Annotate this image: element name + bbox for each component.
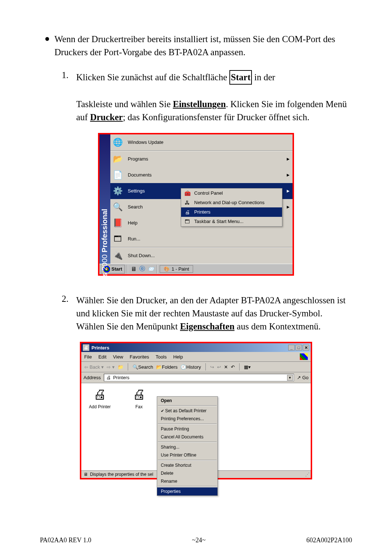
- go-button[interactable]: ↗ Go: [297, 375, 309, 380]
- menu-shutdown[interactable]: 🔌 Shut Down...: [110, 248, 293, 264]
- run-icon: 🗔: [113, 234, 123, 244]
- menu-documents[interactable]: 📄 Documents ▶: [110, 167, 293, 183]
- windows-logo-icon: [300, 353, 308, 360]
- desktop-icon[interactable]: 🖥: [130, 266, 137, 273]
- fax-item[interactable]: 🖨 Fax: [125, 387, 153, 409]
- menu-view[interactable]: View: [113, 354, 123, 360]
- submenu-printers[interactable]: 🖨 Printers: [181, 207, 282, 217]
- printers-folder-icon: 🖨: [83, 344, 89, 351]
- menu-tools[interactable]: Tools: [156, 354, 167, 360]
- taskbar: Start 🖥 ⓔ 📨 🎨 1 - Paint: [99, 264, 293, 274]
- taskbar-icon: 🗔: [184, 218, 191, 225]
- delete-icon[interactable]: ✕: [224, 364, 228, 370]
- address-icon: 🖨: [106, 375, 111, 380]
- startmenu-screenshot: Windows 2000 Professional 🌐 Windows Upda…: [98, 133, 294, 276]
- step1-text: Klicken Sie zunächst auf die Schaltfläch…: [76, 70, 352, 124]
- page-footer: PA02AA0 REV 1.0 ~24~ 602A002P2A100: [40, 536, 352, 544]
- views-button[interactable]: ▦▾: [244, 364, 251, 370]
- ctx-delete[interactable]: Delete: [157, 469, 217, 477]
- search-icon: 🔍: [113, 202, 123, 212]
- close-button[interactable]: ✕: [303, 345, 309, 351]
- menu-favorites[interactable]: Favorites: [130, 354, 149, 360]
- history-button[interactable]: 🕘History: [180, 364, 201, 370]
- address-bar: Address 🖨 Printers ▼ ↗ Go: [81, 372, 311, 383]
- printers-icon: 🖨: [184, 209, 191, 215]
- paint-icon: 🎨: [164, 266, 170, 272]
- moveto-icon[interactable]: ↪: [210, 364, 214, 370]
- add-printer-icon: 🖨: [93, 387, 106, 402]
- settings-submenu: 🧰 Control Panel 🖧 Network and Dial-up Co…: [181, 188, 282, 227]
- status-icon: 🖥: [83, 472, 88, 477]
- outlook-icon[interactable]: 📨: [147, 266, 155, 273]
- search-button[interactable]: 🔍Search: [132, 364, 153, 370]
- menu-bar: File Edit View Favorites Tools Help: [81, 352, 311, 362]
- shutdown-icon: 🔌: [113, 251, 123, 261]
- chevron-right-icon: ▶: [287, 157, 290, 161]
- drucker-label: Drucker: [90, 112, 123, 122]
- ctx-offline[interactable]: Use Printer Offline: [157, 451, 217, 459]
- einstellungen-label: Einstellungen: [173, 99, 226, 109]
- control-panel-icon: 🧰: [184, 190, 191, 197]
- menu-edit[interactable]: Edit: [98, 354, 106, 360]
- step-number-1: 1.: [62, 70, 76, 124]
- go-icon: ↗: [297, 375, 301, 380]
- ctx-pause[interactable]: Pause Printing: [157, 425, 217, 433]
- add-printer-item[interactable]: 🖨 Add Printer: [86, 387, 114, 409]
- footer-left: PA02AA0 REV 1.0: [40, 536, 91, 544]
- ctx-rename[interactable]: Rename: [157, 477, 217, 485]
- help-icon: 📕: [113, 218, 123, 228]
- submenu-taskbar[interactable]: 🗔 Taskbar & Start Menu...: [181, 217, 282, 226]
- submenu-network[interactable]: 🖧 Network and Dial-up Connections: [181, 198, 282, 207]
- menu-run[interactable]: 🗔 Run...: [110, 231, 293, 247]
- folder-icon: 📂: [113, 154, 123, 164]
- address-dropdown-icon[interactable]: ▼: [287, 375, 293, 381]
- chevron-right-icon: ▶: [287, 189, 290, 193]
- resize-grip-icon[interactable]: ⋰: [305, 472, 309, 477]
- chevron-right-icon: ▶: [287, 173, 290, 177]
- eigenschaften-label: Eigenschaften: [180, 321, 234, 331]
- window-title-bar: 🖨 Printers _ □ ✕: [81, 343, 311, 352]
- menu-file[interactable]: File: [84, 354, 92, 360]
- network-icon: 🖧: [184, 199, 191, 206]
- menu-programs[interactable]: 📂 Programs ▶: [110, 151, 293, 167]
- ctx-open[interactable]: Open: [157, 397, 217, 405]
- ie-icon[interactable]: ⓔ: [139, 266, 146, 273]
- minimize-button[interactable]: _: [288, 345, 295, 351]
- ctx-set-default[interactable]: Set as Default Printer: [157, 407, 217, 415]
- folders-button[interactable]: 📂Folders: [156, 364, 177, 370]
- maximize-button[interactable]: □: [295, 345, 302, 351]
- bullet-marker: ●: [40, 33, 54, 59]
- ctx-shortcut[interactable]: Create Shortcut: [157, 461, 217, 469]
- settings-icon: ⚙️: [113, 186, 123, 196]
- fax-icon: 🖨: [132, 387, 146, 402]
- globe-icon: 🌐: [113, 137, 123, 147]
- printers-list: 🖨 Add Printer 🖨 Fax HP L Open Set as Def…: [81, 383, 311, 470]
- menu-help[interactable]: Help: [173, 354, 183, 360]
- context-menu: Open Set as Default Printer Printing Pre…: [157, 396, 218, 496]
- window-title: Printers: [91, 345, 109, 351]
- address-label: Address: [83, 375, 101, 380]
- up-button[interactable]: 📁: [118, 364, 123, 370]
- copyto-icon[interactable]: ↩: [217, 364, 221, 370]
- step2-text: Wählen Sie den Drucker, an den der Adapt…: [76, 294, 352, 333]
- documents-icon: 📄: [113, 170, 123, 180]
- footer-right: 602A002P2A100: [306, 536, 352, 544]
- ctx-sharing[interactable]: Sharing...: [157, 443, 217, 451]
- ctx-properties[interactable]: Properties: [157, 487, 217, 495]
- printers-screenshot: 🖨 Printers _ □ ✕ File Edit View Favorite…: [80, 342, 312, 479]
- footer-center: ~24~: [192, 536, 205, 544]
- chevron-right-icon: ▶: [287, 205, 290, 209]
- address-input[interactable]: 🖨 Printers ▼: [104, 374, 294, 381]
- back-button[interactable]: ⇦ Back ▾: [84, 364, 104, 370]
- submenu-control-panel[interactable]: 🧰 Control Panel: [181, 189, 282, 198]
- startmenu-sidebar: Windows 2000 Professional: [99, 134, 110, 264]
- intro-text: Wenn der Druckertreiber bereits installi…: [54, 33, 352, 59]
- status-text: Displays the properties of the sel: [90, 472, 153, 477]
- ctx-cancel-all[interactable]: Cancel All Documents: [157, 433, 217, 441]
- menu-windows-update[interactable]: 🌐 Windows Update: [110, 134, 293, 150]
- forward-button[interactable]: ⇨ ▾: [107, 364, 115, 370]
- undo-icon[interactable]: ↶: [231, 364, 235, 370]
- taskbar-paint[interactable]: 🎨 1 - Paint: [160, 265, 193, 273]
- toolbar: ⇦ Back ▾ ⇨ ▾ 📁 🔍Search 📂Folders 🕘History…: [81, 362, 311, 372]
- ctx-preferences[interactable]: Printing Preferences...: [157, 415, 217, 423]
